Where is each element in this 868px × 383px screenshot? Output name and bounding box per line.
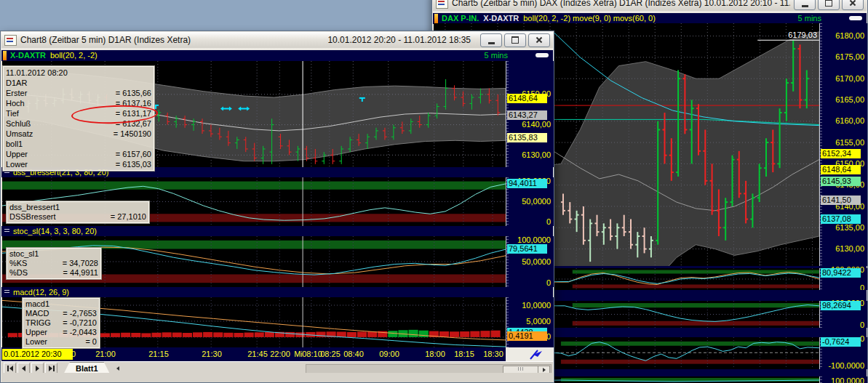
chart-window-icon xyxy=(436,0,448,9)
chart8-title: Chart8 (Zeitbar 5 min) D1AR (Indizes Xet… xyxy=(20,35,191,45)
info-row: Upper= 6157,60 xyxy=(6,149,151,159)
dss-bressert-plot[interactable]: dss_bressert1DSSBressert= 27,1010 xyxy=(2,177,506,226)
panel-header-stoc[interactable]: stoc_sl(14, 3, 3, 80, 20) xyxy=(1,226,553,236)
dss-scale[interactable]: 100,000050,0000094,4011 xyxy=(506,177,554,226)
price-tag: 94,4011 xyxy=(507,179,547,188)
last-sheet-button[interactable] xyxy=(45,363,57,374)
active-chart-marker xyxy=(434,14,438,23)
window-footer xyxy=(1,373,553,382)
scale-tick: 0 xyxy=(546,278,551,288)
time-tick: 08:25 xyxy=(320,350,341,358)
time-tick: 22:00 xyxy=(270,350,290,358)
stoc-scale[interactable]: 100,000050,0000079,5641 xyxy=(506,236,554,287)
chart8-price-scale[interactable]: 6150,006140,006130,006148,646143,276135,… xyxy=(506,61,554,167)
high-price-label: 6179,03 xyxy=(788,31,817,39)
price-tag: 80,9422 xyxy=(821,268,861,278)
macd-scale[interactable]: 10,00005,000001,44380,4191 xyxy=(506,297,554,347)
scale-tick: 6140,00 xyxy=(522,120,551,129)
info-row: 11.01.2012 08:20 xyxy=(6,68,151,78)
macd-plot[interactable]: macd1MACD= -2,7653TRIGG= -0,7210Upper= -… xyxy=(2,297,506,347)
timeframe-label: 5 mins xyxy=(798,13,821,24)
price-tag: 79,5641 xyxy=(507,244,547,254)
info-row: Lower= 6135,03 xyxy=(6,159,151,169)
price-tag: 6135,83 xyxy=(507,133,547,142)
chart5-indicator3-scale[interactable]: 0-100,0000-0,7624 xyxy=(819,337,867,369)
time-tick: 08:40 xyxy=(343,350,364,358)
close-icon xyxy=(535,36,543,44)
chart5-titlebar[interactable]: Chart5 (Zeitbar 5 min) DAX (Indizes Xetr… xyxy=(433,0,867,11)
price-tag: 6137,08 xyxy=(821,214,861,224)
scale-tick: 6175,00 xyxy=(835,52,864,62)
close-button[interactable] xyxy=(528,33,550,47)
next-sheet-button[interactable] xyxy=(31,363,44,374)
chart5-window-buttons xyxy=(794,0,864,10)
scale-tick: 6180,00 xyxy=(835,31,864,41)
close-icon xyxy=(849,0,856,7)
dss-info-box: dss_bressert1DSSBressert= 27,1010 xyxy=(7,201,149,223)
chart8-price-plot[interactable]: 11.01.2012 08:20D1ARErster= 6135,66Hoch=… xyxy=(2,61,506,167)
stochastic-plot[interactable]: stoc_sl1%KS= 34,7028%DS= 44,9911 xyxy=(2,236,506,287)
scale-tick: 6130,00 xyxy=(522,150,551,160)
scale-tick: 0 xyxy=(546,217,551,227)
panel-header-macd[interactable]: macd(12, 26, 9) xyxy=(1,287,553,297)
study-label: boll(20, 2, -2) xyxy=(50,50,97,61)
info-row: Upper= -2,0443 xyxy=(25,328,97,337)
chart5-price-scale[interactable]: 6180,006175,006170,006165,006160,006155,… xyxy=(819,23,867,266)
scale-tick: 100,0000 xyxy=(831,377,864,383)
chart-window-icon xyxy=(4,35,17,46)
info-title: stoc_sl1 xyxy=(9,249,98,259)
first-sheet-button[interactable] xyxy=(4,363,16,374)
price-tag: 6145,93 xyxy=(821,177,861,186)
restore-icon xyxy=(825,0,832,7)
header-scroll-thumb[interactable] xyxy=(849,16,862,20)
chart5-indicator2-scale[interactable]: 100,0000098,2694 xyxy=(819,301,867,328)
price-tag: 6148,64 xyxy=(821,165,861,174)
desktop: Chart5 (Zeitbar 5 min) DAX (Indizes Xetr… xyxy=(0,0,868,383)
info-row: D1AR xyxy=(6,78,151,88)
chart5-indicator4-scale[interactable]: 100,0000 xyxy=(819,376,867,383)
time-tick: 18:00 xyxy=(425,350,445,358)
price-tag: 0,4191 xyxy=(507,331,547,341)
close-button[interactable] xyxy=(842,0,864,10)
prev-sheet-button[interactable] xyxy=(17,363,30,374)
stoc-info-box: stoc_sl1%KS= 34,7028%DS= 44,9911 xyxy=(7,248,101,279)
info-row: Umsatz= 1450190 xyxy=(6,129,151,139)
chart5-indicator1-scale[interactable]: 100,0000080,9422 xyxy=(819,268,867,290)
time-tick: Mi xyxy=(294,350,303,358)
time-tick: 21:15 xyxy=(148,350,169,358)
minimize-button[interactable] xyxy=(480,33,502,47)
chart5-title: Chart5 (Zeitbar 5 min) DAX (Indizes Xetr… xyxy=(452,0,790,8)
info-row: MACD= -2,7653 xyxy=(25,309,97,318)
chart8-titlebar[interactable]: Chart8 (Zeitbar 5 min) D1AR (Indizes Xet… xyxy=(1,32,553,48)
blue-flag-icon[interactable] xyxy=(526,348,553,360)
minimize-icon xyxy=(802,5,808,7)
time-axis[interactable]: 0.01.2012 20:30 021:0021:1521:3021:4522:… xyxy=(1,347,553,361)
restore-button[interactable] xyxy=(818,0,840,10)
info-row: %KS= 34,7028 xyxy=(9,259,98,268)
chart8-date-range: 10.01.2012 20:20 - 11.01.2012 18:35 xyxy=(327,35,471,45)
chart8-window-buttons xyxy=(480,33,550,47)
time-tick: 09:00 xyxy=(379,350,399,358)
info-row: DSSBressert= 27,1010 xyxy=(9,212,146,222)
price-tag: -0,7624 xyxy=(821,337,861,347)
scale-tick: 6130,00 xyxy=(835,244,864,254)
time-tick: 18:15 xyxy=(454,350,474,358)
scale-tick: 50,0000 xyxy=(522,197,551,206)
tab-overflow-arrow[interactable] xyxy=(116,366,119,371)
info-title: dss_bressert1 xyxy=(9,203,146,212)
info-title: macd1 xyxy=(25,299,97,309)
time-tick: 08:10 xyxy=(302,350,322,358)
info-row: TRIGG= -0,7210 xyxy=(25,318,97,328)
price-tag: 6148,64 xyxy=(507,94,547,103)
scale-tick: 5,0000 xyxy=(526,317,551,326)
price-tag: 98,2694 xyxy=(821,301,861,310)
macd-info-box: macd1MACD= -2,7653TRIGG= -0,7210Upper= -… xyxy=(23,298,100,348)
scale-tick: 50,0000 xyxy=(522,257,551,267)
restore-button[interactable] xyxy=(504,33,526,47)
symbol-label: DAX P-IN. xyxy=(442,13,479,24)
minimize-button[interactable] xyxy=(794,0,816,10)
header-scroll-thumb[interactable] xyxy=(535,53,549,57)
chart8-indicator-header[interactable]: X-DAXTR boll(20, 2, -2) 5 mins xyxy=(1,50,553,61)
chart5-indicator-header[interactable]: DAX P-IN. X-DAXTR boll(20, 2, -2) move(9… xyxy=(433,13,867,24)
scale-tick: 6160,00 xyxy=(835,116,864,126)
